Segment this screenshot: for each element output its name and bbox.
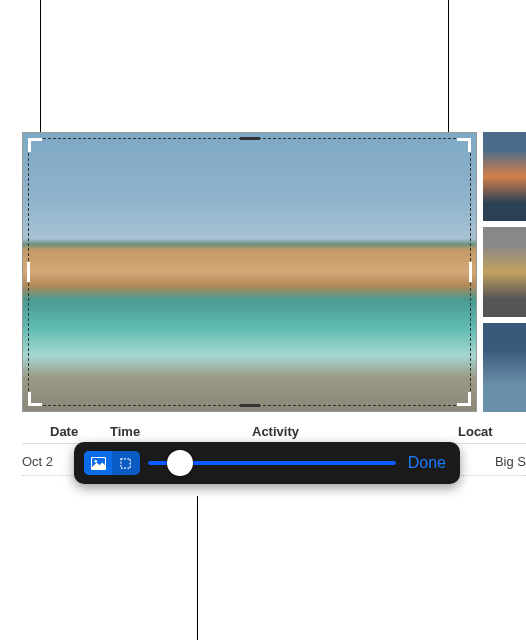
column-header-time[interactable]: Time xyxy=(110,424,212,439)
crop-handle-right[interactable] xyxy=(469,262,472,282)
crop-handle-top-left[interactable] xyxy=(28,138,42,152)
cell-location: Big S xyxy=(465,454,526,469)
thumbnail-2[interactable] xyxy=(483,227,526,316)
column-header-location[interactable]: Locat xyxy=(384,424,526,439)
callout-line-top-left xyxy=(40,0,41,134)
done-button[interactable]: Done xyxy=(404,454,450,472)
column-header-date[interactable]: Date xyxy=(22,424,110,439)
column-header-activity[interactable]: Activity xyxy=(212,424,384,439)
cell-date: Oct 2 xyxy=(22,454,72,469)
crop-handle-bottom-right[interactable] xyxy=(457,392,471,406)
table-header-row: Date Time Activity Locat xyxy=(22,420,526,444)
thumbnail-3[interactable] xyxy=(483,323,526,412)
crop-mode-button[interactable] xyxy=(112,451,140,475)
photo-icon xyxy=(91,457,106,470)
main-photo[interactable] xyxy=(22,132,477,412)
svg-rect-2 xyxy=(120,458,129,467)
crop-icon xyxy=(119,457,134,470)
crop-handle-bottom-left[interactable] xyxy=(28,392,42,406)
slider-thumb[interactable] xyxy=(167,450,193,476)
crop-handle-top[interactable] xyxy=(240,137,260,140)
callout-line-bottom xyxy=(197,496,198,640)
thumbnail-strip xyxy=(483,132,526,412)
thumbnail-1[interactable] xyxy=(483,132,526,221)
callout-line-top-right xyxy=(448,0,449,145)
zoom-slider[interactable] xyxy=(148,451,396,475)
crop-overlay[interactable] xyxy=(28,138,471,406)
enhance-mode-button[interactable] xyxy=(84,451,112,475)
edit-toolbar: Done xyxy=(74,442,460,484)
photo-area xyxy=(22,132,526,412)
metadata-table: Date Time Activity Locat Oct 2 Big S xyxy=(22,420,526,476)
svg-point-1 xyxy=(94,459,97,462)
mode-segment xyxy=(84,451,140,475)
crop-handle-left[interactable] xyxy=(27,262,30,282)
crop-handle-bottom[interactable] xyxy=(240,404,260,407)
crop-handle-top-right[interactable] xyxy=(457,138,471,152)
